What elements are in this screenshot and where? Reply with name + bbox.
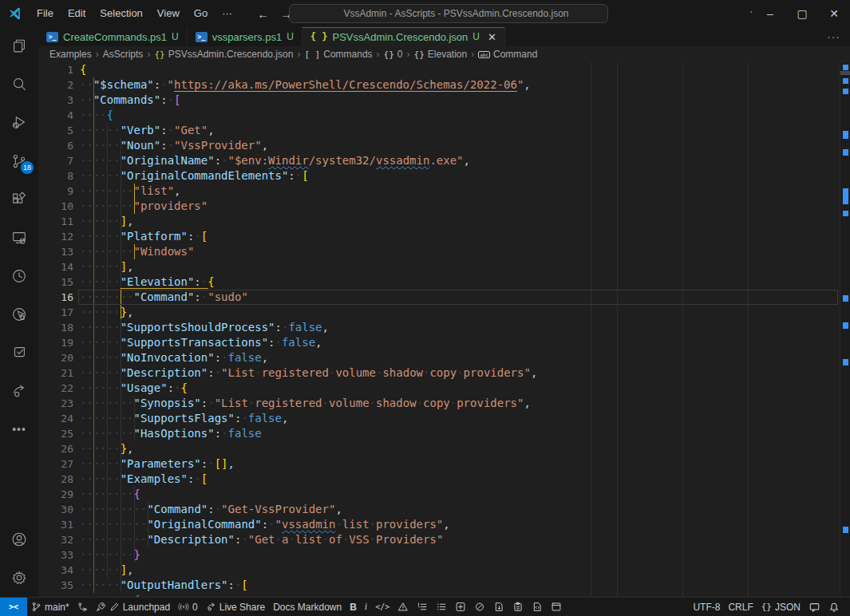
settings-gear-icon[interactable]	[0, 559, 38, 597]
file-code-item[interactable]	[528, 598, 547, 616]
menu-edit[interactable]: Edit	[61, 4, 93, 23]
code-line[interactable]: 6······"Noun":·"VssProvider",	[38, 138, 850, 153]
explorer-icon[interactable]	[0, 27, 38, 65]
source-control-icon[interactable]: 18	[0, 142, 38, 180]
diff-added-item[interactable]	[451, 598, 470, 616]
live-share-icon[interactable]	[0, 372, 38, 410]
git-branch-item[interactable]: main*	[27, 598, 73, 616]
code-line[interactable]: 10········"providers"	[38, 199, 850, 214]
live-share-item[interactable]: Live Share	[202, 598, 269, 616]
code-line[interactable]: 8······"OriginalCommandElements":·[	[38, 168, 850, 184]
check-circle-icon[interactable]	[0, 334, 38, 372]
breadcrumb-item-examples[interactable]: Examples	[49, 49, 92, 60]
code-line[interactable]: 18······"SupportsShouldProcess":·false,	[38, 320, 850, 335]
code-line[interactable]: 14······],	[38, 259, 850, 274]
toggle-sidebar-icon[interactable]	[668, 8, 680, 20]
code-line[interactable]: 19······"SupportsTransactions":·false,	[38, 335, 850, 350]
warning-item[interactable]	[393, 598, 413, 616]
docs-markdown-item[interactable]: Docs Markdown	[269, 598, 346, 616]
breadcrumb-item-asscripts[interactable]: AsScripts	[103, 49, 144, 60]
menu-more[interactable]: ···	[215, 4, 239, 23]
breadcrumb-item-commands[interactable]: [ ] Commands	[304, 49, 372, 60]
code-line[interactable]: 15······"Elevation":·{	[38, 274, 850, 290]
extensions-icon[interactable]	[0, 180, 38, 219]
breadcrumb-item-command[interactable]: abc Command	[478, 49, 537, 60]
scrollbar-slider[interactable]	[840, 71, 850, 75]
overview-ruler-scrollbar[interactable]	[840, 62, 850, 597]
code-line[interactable]: 17······},	[38, 305, 850, 320]
code-line[interactable]: 22······"Usage":·{	[38, 381, 850, 396]
menu-view[interactable]: View	[150, 4, 187, 23]
code-line[interactable]: 32··········"Description":·"Get·a·list·o…	[38, 532, 850, 547]
source-control-graph-item[interactable]	[73, 598, 92, 616]
broadcast-item[interactable]: 0	[174, 598, 202, 616]
code-line[interactable]: 1{	[38, 62, 850, 77]
code-line[interactable]: 11······],	[38, 214, 850, 229]
run-debug-icon[interactable]	[0, 104, 38, 142]
tab-psvssadmin-active[interactable]: { } PSVssAdmin.Crescendo.json U ✕	[302, 27, 505, 46]
code-snippet-item[interactable]: </>	[371, 598, 393, 616]
code-line[interactable]: 25········"HasOptions":·false	[38, 426, 850, 441]
eol-item[interactable]: CRLF	[724, 598, 757, 616]
search-icon[interactable]	[0, 65, 38, 104]
menu-file[interactable]: File	[30, 4, 61, 23]
list-bullet-item[interactable]	[432, 598, 451, 616]
code-line[interactable]: 35······"OutputHandlers":·[	[38, 578, 850, 593]
code-line[interactable]: 24········"SupportsFlags":·false,	[38, 411, 850, 426]
account-icon[interactable]	[0, 520, 38, 559]
menu-go[interactable]: Go	[187, 4, 215, 23]
tab-createcommands[interactable]: >_ CreateCommands.ps1 U	[38, 27, 188, 46]
code-line[interactable]: 31··········"OriginalCommand":·"vssadmin…	[38, 517, 850, 532]
pointer-circle-icon[interactable]	[0, 295, 38, 334]
file-save-item[interactable]	[489, 598, 508, 616]
minimize-button[interactable]: –	[754, 0, 786, 27]
breadcrumb-item-file[interactable]: {} PSVssAdmin.Crescendo.json	[154, 49, 293, 60]
remote-explorer-icon[interactable]	[0, 219, 38, 257]
breadcrumb-item-elevation[interactable]: {} Elevation	[414, 49, 468, 60]
back-arrow-icon[interactable]: ←	[257, 7, 269, 21]
code-line[interactable]: 33········}	[38, 547, 850, 563]
toggle-secondary-sidebar-icon[interactable]	[718, 8, 729, 20]
code-line[interactable]: 23········"Synopsis":·"List·registered·v…	[38, 396, 850, 411]
editor-more-actions-icon[interactable]: ···	[827, 30, 840, 43]
customize-layout-icon[interactable]	[742, 8, 754, 20]
code-line[interactable]: 3··"Commands":·[	[38, 93, 850, 108]
code-line[interactable]: 5······"Verb":·"Get",	[38, 123, 850, 138]
panel-layout-item[interactable]	[547, 598, 566, 616]
encoding-item[interactable]: UTF-8	[689, 598, 724, 616]
menu-selection[interactable]: Selection	[93, 4, 149, 23]
code-line[interactable]: 7······"OriginalName":·"$env:Windir/syst…	[38, 153, 850, 168]
code-line[interactable]: 30··········"Command":·"Get-VssProvider"…	[38, 502, 850, 517]
code-line[interactable]: 13········"Windows"	[38, 244, 850, 259]
split-editor-icon[interactable]	[805, 31, 816, 42]
code-line[interactable]: 21······"Description":·"List·registered·…	[38, 365, 850, 381]
more-icon[interactable]: •••	[0, 410, 38, 448]
command-center[interactable]: VssAdmin - AsScripts - PSVssAdmin.Cresce…	[289, 4, 608, 23]
code-line[interactable]: 12······"Platform":·[	[38, 229, 850, 244]
remote-indicator[interactable]: ><	[0, 598, 27, 616]
maximize-button[interactable]: ▢	[786, 0, 818, 27]
bold-item[interactable]: B	[346, 598, 361, 616]
close-button[interactable]: ✕	[818, 0, 850, 27]
notifications-item[interactable]	[824, 598, 844, 616]
code-line[interactable]: 4····{	[38, 108, 850, 123]
close-tab-icon[interactable]: ✕	[488, 31, 496, 43]
tab-vssparsers[interactable]: >_ vssparsers.ps1 U	[188, 27, 302, 46]
editor-pane[interactable]: 1{2··"$schema":·"https://aka.ms/PowerShe…	[38, 62, 850, 597]
code-line[interactable]: 9········"list",	[38, 184, 850, 199]
language-mode-item[interactable]: {} JSON	[757, 598, 805, 616]
list-ordered-item[interactable]	[413, 598, 432, 616]
clipboard-item[interactable]	[508, 598, 528, 616]
toggle-panel-icon[interactable]	[693, 8, 705, 20]
feedback-item[interactable]	[805, 598, 824, 616]
code-line[interactable]: 34······],	[38, 563, 850, 578]
code-line[interactable]: 27······"Parameters":·[],	[38, 456, 850, 472]
code-line[interactable]: 29········{	[38, 487, 850, 502]
history-circle-icon[interactable]	[0, 257, 38, 295]
code-line[interactable]: 2··"$schema":·"https://aka.ms/PowerShell…	[38, 77, 850, 93]
code-line[interactable]: 28······"Examples":·[	[38, 472, 850, 487]
italic-item[interactable]: i	[361, 598, 371, 616]
code-line[interactable]: 26······},	[38, 441, 850, 456]
launchpad-item[interactable]: Launchpad	[92, 598, 174, 616]
circle-slash-item[interactable]	[470, 598, 489, 616]
